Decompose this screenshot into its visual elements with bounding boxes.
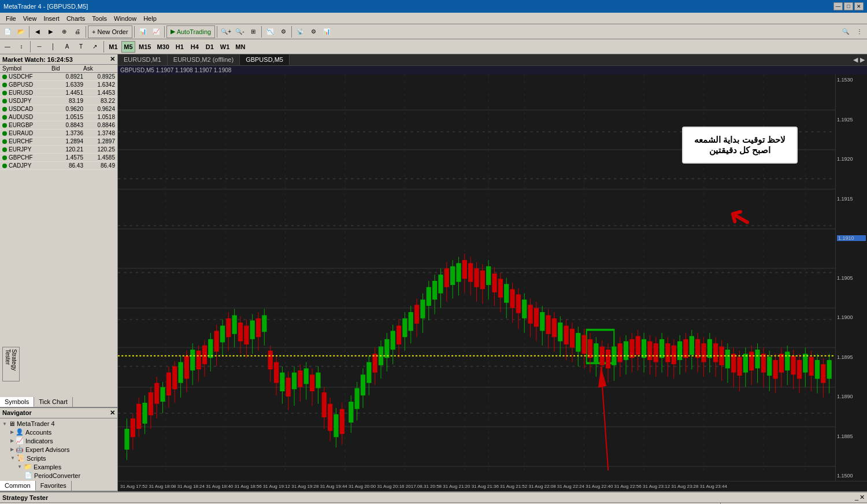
tab-tick-chart[interactable]: Tick Chart xyxy=(34,397,73,407)
new-chart-button[interactable]: 📄 xyxy=(1,25,14,38)
svg-rect-187 xyxy=(588,339,592,358)
cursor-tool[interactable]: ↕ xyxy=(15,40,28,53)
nav-accounts[interactable]: ▶ 👤 Accounts xyxy=(1,428,116,436)
zoom-in-button[interactable]: 🔍+ xyxy=(219,25,233,38)
menu-file[interactable]: File xyxy=(2,14,20,23)
market-watch-row[interactable]: EURCHF 1.2894 1.2897 xyxy=(0,138,117,146)
svg-rect-50 xyxy=(178,362,183,383)
market-watch-row[interactable]: CADJPY 86.43 86.49 xyxy=(0,162,117,170)
svg-rect-251 xyxy=(779,354,784,372)
menu-help[interactable]: Help xyxy=(140,14,160,23)
autotrading-button[interactable]: ▶ AutoTrading xyxy=(166,25,216,38)
ea-button[interactable]: ⚙ xyxy=(277,25,290,38)
nav-examples[interactable]: ▼ 📁 Examples xyxy=(1,462,116,471)
tf-m1[interactable]: M1 xyxy=(106,41,120,53)
menu-tools[interactable]: Tools xyxy=(88,14,110,23)
tf-m30[interactable]: M30 xyxy=(154,41,171,53)
minimize-button[interactable]: — xyxy=(833,2,843,10)
market-watch-row[interactable]: GBPCHF 1.4575 1.4585 xyxy=(0,154,117,162)
chart-scroll-left[interactable]: ◀ xyxy=(853,56,858,64)
search-button[interactable]: 🔍 xyxy=(839,25,852,38)
tf-w1[interactable]: W1 xyxy=(218,41,232,53)
open-button[interactable]: 📂 xyxy=(14,25,27,38)
svg-rect-136 xyxy=(438,275,443,293)
print-button[interactable]: 🖨 xyxy=(71,25,84,38)
svg-rect-74 xyxy=(250,320,255,339)
nav-period-converter[interactable]: 📄 PeriodConverter xyxy=(1,471,116,480)
side-tab-strategy[interactable]: Strategy Tester xyxy=(2,347,20,381)
arrow-tool[interactable]: ↗ xyxy=(88,40,101,53)
market-watch-row[interactable]: USDCAD 0.9620 0.9624 xyxy=(0,105,117,113)
tf-m5[interactable]: M5 xyxy=(121,41,135,53)
tf-h1[interactable]: H1 xyxy=(173,41,187,53)
hline-tool[interactable]: ─ xyxy=(33,40,46,53)
market-watch-row[interactable]: USDJPY 83.19 83.22 xyxy=(0,97,117,105)
market-watch-row[interactable]: AUDUSD 1.0515 1.0518 xyxy=(0,113,117,121)
chart-tab-gbpusd-m5[interactable]: GBPUSD,M5 xyxy=(240,54,290,65)
back-button[interactable]: ◀ xyxy=(31,25,44,38)
chart-scroll-right[interactable]: ▶ xyxy=(860,56,865,64)
market-watch-row[interactable]: EURJPY 120.21 120.25 xyxy=(0,146,117,154)
nav-scripts[interactable]: ▼ 📜 Scripts xyxy=(1,454,116,462)
menu-charts[interactable]: Charts xyxy=(63,14,88,23)
market-watch-row[interactable]: EURUSD 1.4451 1.4453 xyxy=(0,89,117,97)
line-tool[interactable]: — xyxy=(1,40,14,53)
panel-minimize-icon[interactable]: _ xyxy=(855,494,858,501)
vline-tool[interactable]: │ xyxy=(47,40,60,53)
chart-tab-eurusd-m1[interactable]: EURUSD,M1 xyxy=(118,54,168,65)
nav-indicators[interactable]: ▶ 📈 Indicators xyxy=(1,436,116,445)
tab-favorites[interactable]: Favorites xyxy=(36,481,72,491)
tf-d1[interactable]: D1 xyxy=(203,41,217,53)
svg-rect-174 xyxy=(552,318,557,337)
new-order-button[interactable]: + Start New Order xyxy=(88,25,132,38)
svg-rect-185 xyxy=(582,335,587,354)
chart-tab-eurusd-m2[interactable]: EURUSD,M2 (offline) xyxy=(168,54,240,65)
chart-main[interactable]: 1.1530 1.1925 1.1920 1.1915 1.1910 1.190… xyxy=(118,75,867,481)
bar-chart-button[interactable]: 📊 xyxy=(320,25,333,38)
status-dot xyxy=(2,91,7,95)
chart-type-btn[interactable]: 📊 xyxy=(136,25,149,38)
nav-metatrader4[interactable]: ▼ 🖥 MetaTrader 4 xyxy=(1,420,116,428)
zoom-out-button[interactable]: 🔍- xyxy=(234,25,246,38)
tf-h4[interactable]: H4 xyxy=(188,41,202,53)
chart-type-btn2[interactable]: 📈 xyxy=(150,25,162,38)
market-watch-row[interactable]: USDCHF 0.8921 0.8925 xyxy=(0,73,117,81)
computer-icon: 🖥 xyxy=(9,420,15,427)
toolbar-sep-5 xyxy=(217,26,217,38)
navigator-close[interactable]: ✕ xyxy=(110,409,115,417)
indicator-button[interactable]: 📉 xyxy=(264,25,276,38)
svg-rect-215 xyxy=(672,346,676,364)
close-button[interactable]: ✕ xyxy=(854,2,864,10)
menu-view[interactable]: View xyxy=(20,14,40,23)
navigator-panel: Navigator ✕ ▼ 🖥 MetaTrader 4 ▶ 👤 Account… xyxy=(0,407,117,481)
grid-button[interactable]: ⊞ xyxy=(247,25,260,38)
home-button[interactable]: ⊕ xyxy=(58,25,71,38)
signal-button[interactable]: 📡 xyxy=(294,25,306,38)
market-watch-close[interactable]: ✕ xyxy=(110,55,115,63)
svg-rect-239 xyxy=(743,354,748,372)
tab-common[interactable]: Common xyxy=(0,481,36,491)
angle-tool[interactable]: A xyxy=(61,40,73,53)
market-watch-row[interactable]: GBPUSD 1.6339 1.6342 xyxy=(0,81,117,89)
menu-window[interactable]: Window xyxy=(110,14,140,23)
tf-m15[interactable]: M15 xyxy=(136,41,153,53)
svg-rect-80 xyxy=(268,351,273,369)
tab-symbols[interactable]: Symbols xyxy=(0,397,34,407)
text-tool[interactable]: T xyxy=(75,40,87,53)
svg-rect-225 xyxy=(701,343,706,362)
svg-rect-36 xyxy=(136,404,141,429)
toolbar-extra[interactable]: ⋮ xyxy=(853,25,866,38)
new-order-icon: + xyxy=(92,28,95,35)
svg-rect-40 xyxy=(149,392,153,416)
settings-button[interactable]: ⚙ xyxy=(307,25,320,38)
status-dot xyxy=(2,131,7,136)
menu-insert[interactable]: Insert xyxy=(40,14,63,23)
svg-rect-58 xyxy=(202,346,207,364)
maximize-button[interactable]: □ xyxy=(844,2,853,10)
nav-expert-advisors[interactable]: ▶ 🤖 Expert Advisors xyxy=(1,445,116,454)
forward-button[interactable]: ▶ xyxy=(45,25,57,38)
tf-mn[interactable]: MN xyxy=(233,41,247,53)
market-watch-row[interactable]: EURGBP 0.8843 0.8846 xyxy=(0,121,117,129)
market-watch-row[interactable]: EURAUD 1.3736 1.3748 xyxy=(0,129,117,138)
panel-close-icon[interactable]: ✕ xyxy=(859,494,865,501)
